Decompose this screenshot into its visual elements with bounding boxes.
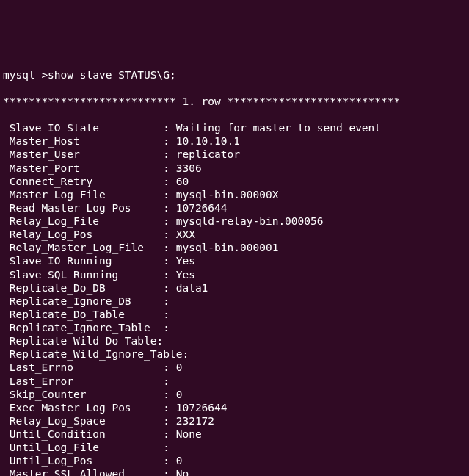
field-row-until_condition: Until_Condition : None — [3, 428, 466, 441]
field-text: Slave_IO_Running : Yes — [3, 255, 195, 267]
field-row-master_log_file: Master_Log_File : mysql-bin.00000X — [3, 188, 466, 201]
field-text: Relay_Log_File : mysqld-relay-bin.000056 — [3, 215, 324, 227]
status-fields: Slave_IO_State : Waiting for master to s… — [3, 121, 466, 476]
field-row-relay_log_pos: Relay_Log_Pos : XXX — [3, 228, 466, 241]
field-text: Until_Log_Pos : 0 — [3, 455, 182, 466]
field-row-read_master_log_pos: Read_Master_Log_Pos : 10726644 — [3, 201, 466, 214]
field-row-master_user: Master_User : replicator — [3, 148, 466, 161]
field-row-replicate_ignore_table: Replicate_Ignore_Table : — [3, 321, 466, 334]
terminal-output: mysql >show slave STATUS\G; ************… — [3, 55, 466, 477]
field-text: Relay_Master_Log_File : mysql-bin.000001 — [3, 242, 278, 253]
field-text: Master_Log_File : mysql-bin.00000X — [3, 189, 278, 201]
field-text: Master_User : replicator — [3, 148, 240, 160]
field-text: Relay_Log_Space : 232172 — [3, 415, 214, 427]
field-row-master_host: Master_Host : 10.10.10.1 — [3, 134, 466, 148]
field-text: Exec_Master_Log_Pos : 10726644 — [3, 402, 228, 414]
field-text: Replicate_Do_DB : data1 — [3, 282, 208, 294]
field-row-slave_io_state: Slave_IO_State : Waiting for master to s… — [3, 121, 466, 134]
field-row-connect_retry: Connect_Retry : 60 — [3, 175, 466, 188]
field-text: Replicate_Wild_Ignore_Table: — [3, 348, 189, 360]
field-row-relay_log_space: Relay_Log_Space : 232172 — [3, 414, 466, 428]
result-header: *************************** 1. row *****… — [3, 95, 466, 108]
field-text: Replicate_Ignore_DB : — [3, 295, 176, 307]
field-text: Replicate_Ignore_Table : — [3, 322, 170, 333]
field-text: Skip_Counter : 0 — [3, 389, 182, 400]
field-text: Connect_Retry : 60 — [3, 176, 189, 187]
field-text: Slave_IO_State : Waiting for master to s… — [3, 122, 381, 134]
field-text: Master_Host : 10.10.10.1 — [3, 135, 240, 147]
field-row-last_errno: Last_Errno : 0 — [3, 361, 466, 374]
field-text: Replicate_Wild_Do_Table: — [3, 335, 163, 347]
field-row-relay_master_log_file: Relay_Master_Log_File : mysql-bin.000001 — [3, 241, 466, 254]
field-row-skip_counter: Skip_Counter : 0 — [3, 388, 466, 401]
field-text: Relay_Log_Pos : XXX — [3, 228, 195, 240]
field-row-relay_log_file: Relay_Log_File : mysqld-relay-bin.000056 — [3, 214, 466, 228]
field-row-replicate_do_table: Replicate_Do_Table : — [3, 308, 466, 321]
field-text: Last_Errno : 0 — [3, 361, 182, 373]
field-text: Until_Log_File : — [3, 441, 176, 453]
field-row-replicate_wild_do_table: Replicate_Wild_Do_Table: — [3, 334, 466, 347]
field-text: Read_Master_Log_Pos : 10726644 — [3, 202, 228, 214]
field-text: Master_SSL_Allowed : No — [3, 468, 189, 476]
field-row-slave_sql_running: Slave_SQL_Running : Yes — [3, 268, 466, 281]
field-text: Last_Error : — [3, 375, 176, 387]
field-row-master_ssl_allowed: Master_SSL_Allowed : No — [3, 467, 466, 476]
field-row-replicate_do_db: Replicate_Do_DB : data1 — [3, 281, 466, 295]
field-row-until_log_file: Until_Log_File : — [3, 441, 466, 454]
field-text: Master_Port : 3306 — [3, 162, 202, 174]
field-row-slave_io_running: Slave_IO_Running : Yes — [3, 254, 466, 267]
field-row-until_log_pos: Until_Log_Pos : 0 — [3, 454, 466, 467]
field-row-replicate_ignore_db: Replicate_Ignore_DB : — [3, 295, 466, 308]
mysql-prompt: mysql >show slave STATUS\G; — [3, 68, 466, 82]
field-text: Slave_SQL_Running : Yes — [3, 269, 195, 281]
field-row-last_error: Last_Error : — [3, 375, 466, 388]
field-row-exec_master_log_pos: Exec_Master_Log_Pos : 10726644 — [3, 401, 466, 414]
field-text: Until_Condition : None — [3, 428, 202, 440]
field-text: Replicate_Do_Table : — [3, 309, 176, 320]
field-row-replicate_wild_ignore_table: Replicate_Wild_Ignore_Table: — [3, 347, 466, 361]
field-row-master_port: Master_Port : 3306 — [3, 162, 466, 175]
